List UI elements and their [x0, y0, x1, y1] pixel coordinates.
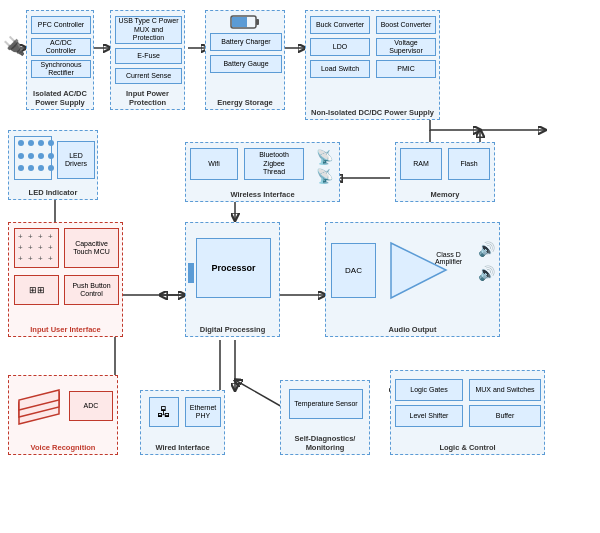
ethernet-phy: Ethernet PHY [185, 397, 221, 427]
wired-interface-group: 🖧 Ethernet PHY Wired Interface [140, 390, 225, 455]
isolated-supply-group: PFC Controller AC/DC Controller Synchron… [26, 10, 94, 110]
wireless-group: Wifi BluetoothZigbeeThread 📡 📡 Wireless … [185, 142, 340, 202]
digital-processing-label: Digital Processing [186, 325, 279, 334]
wireless-label: Wireless Interface [186, 190, 339, 199]
memory-group: RAM Flash Memory [395, 142, 495, 202]
svg-rect-19 [232, 17, 247, 27]
pmic: PMIC [376, 60, 436, 78]
capacitive-touch: Capacitive Touch MCU [64, 228, 119, 268]
diagram: 🔌 PFC Controller AC/DC Controller Synchr… [0, 0, 600, 533]
audio-output-label: Audio Output [326, 325, 499, 334]
ldo: LDO [310, 38, 370, 56]
logic-control-group: Logic Gates MUX and Switches Level Shift… [390, 370, 545, 455]
svg-rect-18 [256, 19, 259, 25]
push-button: Push Button Control [64, 275, 119, 305]
acdc-controller: AC/DC Controller [31, 38, 91, 56]
logic-gates: Logic Gates [395, 379, 463, 401]
dac: DAC [331, 243, 376, 298]
isolated-supply-label: Isolated AC/DC Power Supply [27, 89, 93, 107]
led-drivers: LED Drivers [57, 141, 95, 179]
non-isolated-label: Non-Isolated DC/DC Power Supply [306, 108, 439, 117]
bluetooth: BluetoothZigbeeThread [244, 148, 304, 180]
input-power-group: USB Type C Power MUX and Protection E-Fu… [110, 10, 185, 110]
input-ui-group: ++++ ++++ ++++ Capacitive Touch MCU ⊞⊞ P… [8, 222, 123, 337]
energy-storage-label: Energy Storage [206, 98, 284, 107]
current-sense: Current Sense [115, 68, 182, 84]
led-indicator-label: LED Indicator [9, 188, 97, 197]
energy-storage-group: Battery Charger Battery Gauge Energy Sto… [205, 10, 285, 110]
mux-switches: MUX and Switches [469, 379, 541, 401]
pfc-controller: PFC Controller [31, 16, 91, 34]
battery-charger: Battery Charger [210, 33, 282, 51]
self-diagnostics-label: Self-Diagnostics/ Monitoring [281, 434, 369, 452]
audio-output-group: DAC Class DAmplifier 🔊 🔊 Audio Output [325, 222, 500, 337]
boost-converter: Boost Converter [376, 16, 436, 34]
processor: Processor [196, 238, 271, 298]
self-diagnostics-group: Temperature Sensor Self-Diagnostics/ Mon… [280, 380, 370, 455]
flash: Flash [448, 148, 490, 180]
load-switch: Load Switch [310, 60, 370, 78]
led-indicator-group: LED Drivers LED Indicator [8, 130, 98, 200]
ram: RAM [400, 148, 442, 180]
wifi: Wifi [190, 148, 238, 180]
buck-converter: Buck Converter [310, 16, 370, 34]
charger-plug: 🔌 [3, 35, 25, 57]
usb-power-mux: USB Type C Power MUX and Protection [115, 16, 182, 44]
wired-interface-label: Wired Interface [141, 443, 224, 452]
memory-label: Memory [396, 190, 494, 199]
battery-gauge: Battery Gauge [210, 55, 282, 73]
logic-control-label: Logic & Control [391, 443, 544, 452]
temp-sensor: Temperature Sensor [289, 389, 363, 419]
voice-recognition-group: ADC Voice Recognition [8, 375, 118, 455]
voice-recognition-label: Voice Recognition [9, 443, 117, 452]
level-shifter: Level Shifter [395, 405, 463, 427]
sync-rectifier: Synchronous Rectifier [31, 60, 91, 78]
input-power-label: Input Power Protection [111, 89, 184, 107]
buffer: Buffer [469, 405, 541, 427]
efuse: E-Fuse [115, 48, 182, 64]
non-isolated-group: Buck Converter Boost Converter LDO Volta… [305, 10, 440, 120]
voltage-supervisor: Voltage Supervisor [376, 38, 436, 56]
input-ui-label: Input User Interface [9, 325, 122, 334]
adc: ADC [69, 391, 113, 421]
digital-processing-group: Processor Digital Processing [185, 222, 280, 337]
